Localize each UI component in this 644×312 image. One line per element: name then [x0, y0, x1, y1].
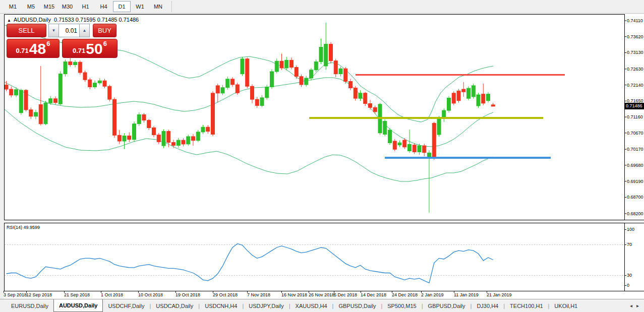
price-tick-label: 0.73130 — [627, 50, 643, 55]
candle — [201, 127, 205, 132]
candle — [314, 62, 318, 70]
chart-ohlc-values: 0.71533 0.71595 0.71485 0.71486 — [54, 17, 139, 23]
price-tick-label: 0.68700 — [627, 195, 643, 200]
sell-price-major: 0.71 — [16, 47, 29, 54]
candle — [260, 98, 264, 106]
candle — [192, 137, 195, 141]
candle — [432, 123, 436, 157]
sell-price-pips: 48 — [29, 41, 46, 56]
date-tick-label: 1 Oct 2018 — [101, 292, 123, 297]
candle — [324, 44, 328, 66]
candle — [442, 110, 446, 118]
candle — [437, 118, 441, 135]
rsi-tick-label: 30 — [627, 273, 632, 278]
candle — [408, 145, 412, 151]
candle — [15, 90, 18, 95]
candle — [103, 81, 106, 86]
candle — [275, 61, 278, 72]
candle — [477, 95, 480, 106]
buy-price-button[interactable]: 0.71 50 6 — [62, 39, 118, 58]
candle — [39, 105, 42, 124]
current-price-badge: 0.71486 — [625, 103, 644, 109]
candle — [152, 128, 156, 135]
candle — [329, 44, 333, 61]
candle — [88, 80, 92, 87]
candle — [344, 69, 347, 81]
date-tick-label: 3 Sep 2018 — [4, 292, 27, 297]
candle — [44, 103, 47, 124]
date-tick-label: 16 Nov 2018 — [281, 292, 307, 297]
candle — [10, 89, 13, 95]
mt4-window: M1M5M15M30H1H4D1W1MN ▲AUDUSD,Daily 0.715… — [0, 0, 644, 312]
date-tick-label: 24 Dec 2018 — [392, 292, 418, 297]
date-tick-label: 2 Jan 2019 — [421, 292, 444, 297]
candle — [349, 82, 353, 88]
date-tick-label: 10 Oct 2018 — [138, 292, 163, 297]
candle — [310, 70, 313, 78]
candle — [118, 135, 121, 141]
rsi-tick-label: 70 — [627, 242, 632, 247]
candle — [49, 99, 52, 103]
candle — [206, 127, 210, 131]
rsi-tick-label: 100 — [627, 227, 634, 232]
candle — [373, 107, 377, 111]
candle — [113, 99, 116, 135]
buy-button[interactable]: BUY — [93, 24, 116, 37]
price-tick-label: 0.70170 — [627, 147, 643, 152]
candle — [339, 69, 342, 74]
candle — [29, 110, 33, 116]
candle — [19, 90, 23, 113]
candle — [182, 140, 185, 144]
sell-price-button[interactable]: 0.71 48 6 — [7, 39, 60, 58]
candle — [452, 93, 455, 103]
candle — [64, 62, 67, 74]
collapse-panel-icon[interactable]: ▲ — [7, 18, 11, 23]
candle — [142, 115, 146, 120]
one-click-trading-panel: SELL ▼ ▲ BUY 0.71 48 6 0.71 50 6 — [7, 24, 119, 58]
date-tick-label: 19 Oct 2018 — [175, 292, 200, 297]
candle — [196, 132, 200, 141]
candle — [255, 99, 259, 105]
candle — [457, 91, 460, 100]
candle — [423, 146, 426, 153]
candle — [128, 136, 131, 140]
candle — [418, 146, 421, 152]
candle — [354, 88, 357, 98]
candle — [177, 140, 180, 145]
price-tick-label: 0.73620 — [627, 34, 643, 39]
rsi-tick-label: 0 — [627, 283, 629, 288]
candle — [157, 135, 160, 142]
price-tick-label: 0.71160 — [627, 114, 643, 119]
sell-button[interactable]: SELL — [7, 24, 46, 37]
candle — [236, 85, 239, 93]
date-tick-label: 5 Dec 2018 — [334, 292, 357, 297]
candle — [246, 59, 249, 86]
buy-price-major: 0.71 — [73, 47, 85, 54]
buy-price-pips: 50 — [86, 41, 102, 56]
candle — [472, 86, 475, 97]
candle — [305, 78, 308, 85]
candle — [334, 61, 337, 74]
chart-symbol-label: AUDUSD,Daily — [14, 17, 51, 23]
candle — [137, 115, 141, 124]
candle — [123, 136, 126, 141]
candle — [167, 132, 170, 143]
lot-increase-button[interactable]: ▲ — [79, 24, 90, 37]
candle — [34, 112, 38, 116]
candle — [5, 85, 8, 89]
rsi-indicator-label: RSI(14) 49.9599 — [7, 225, 40, 230]
date-tick-label: 21 Jan 2019 — [487, 292, 512, 297]
candle — [482, 94, 485, 103]
lot-decrease-button[interactable]: ▼ — [48, 24, 59, 37]
chart-title: ▲AUDUSD,Daily 0.71533 0.71595 0.71485 0.… — [7, 17, 139, 23]
candle — [319, 47, 323, 62]
price-tick-label: 0.70670 — [627, 131, 643, 136]
lot-size-input[interactable] — [59, 24, 79, 37]
candle — [231, 79, 235, 85]
candle — [265, 87, 269, 98]
candle — [285, 60, 288, 68]
candle — [462, 89, 465, 92]
candle — [241, 59, 244, 74]
date-tick-label: 29 Oct 2018 — [213, 292, 238, 297]
date-tick-label: 11 Jan 2019 — [454, 292, 479, 297]
